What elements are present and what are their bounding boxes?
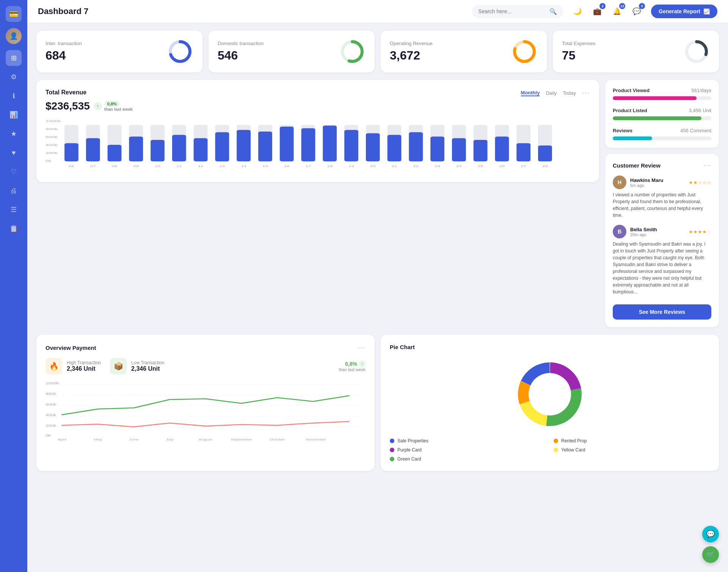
low-transaction-label: Low Transaction xyxy=(131,360,164,365)
trend-arrow-icon: ↑ xyxy=(94,102,102,110)
more-options-button[interactable]: ··· xyxy=(582,89,590,97)
product-viewed-label: Product Viewed xyxy=(613,88,650,93)
pie-chart-legend: Sale Properties Rented Prop Purple Card … xyxy=(390,438,710,462)
bell-button[interactable]: 🔔 12 xyxy=(610,5,624,18)
legend-yellow-card: Yellow Card xyxy=(554,447,710,453)
svg-text:800k: 800k xyxy=(46,127,58,131)
domestic-transaction-value: 546 xyxy=(218,49,264,63)
sidebar-item-analytics[interactable]: 📊 xyxy=(6,107,22,123)
revenue-amount-row: $236,535 ↑ 0,8% than last week xyxy=(46,100,590,112)
sidebar-item-list[interactable]: 📋 xyxy=(6,221,22,237)
svg-rect-45 xyxy=(280,127,294,161)
analytics-icon: 📊 xyxy=(9,111,18,119)
svg-rect-24 xyxy=(129,136,143,161)
operating-revenue-card: Operating Revenue 3,672 xyxy=(381,31,547,72)
generate-report-label: Generate Report xyxy=(659,8,700,14)
svg-text:800k: 800k xyxy=(46,392,56,396)
product-viewed-label-row: Product Viewed 561/days xyxy=(613,88,711,93)
svg-rect-39 xyxy=(237,130,251,161)
main-content: Dashboard 7 🔍 🌙 💼 2 🔔 12 💬 5 Generate R xyxy=(27,0,728,572)
reviewer-row-2: B Bella Smith 20m ago ★★★★☆ xyxy=(613,225,711,238)
star-icon: ★ xyxy=(11,130,17,138)
svg-text:17: 17 xyxy=(306,165,311,168)
review-more-options-button[interactable]: ··· xyxy=(703,161,711,169)
cart-float-button[interactable]: 🛒 xyxy=(702,546,719,563)
svg-text:October: October xyxy=(270,438,286,441)
see-more-reviews-button[interactable]: See More Reviews xyxy=(613,304,711,320)
product-viewed-value: 561/days xyxy=(691,88,711,93)
domestic-transaction-info: Domestic transaction 546 xyxy=(218,41,264,63)
sidebar-item-print[interactable]: 🖨 xyxy=(6,183,22,199)
heart-outline-icon: ♡ xyxy=(11,168,17,176)
product-viewed-fill xyxy=(613,96,697,100)
svg-text:15: 15 xyxy=(262,165,268,168)
reviewer-avatar-2: B xyxy=(613,225,626,238)
reviews-label: Reviews xyxy=(613,128,632,133)
svg-rect-36 xyxy=(215,132,229,161)
sidebar-logo[interactable]: 💳 xyxy=(6,6,22,22)
sidebar-avatar[interactable]: 👤 xyxy=(6,28,22,44)
tab-daily[interactable]: Daily xyxy=(546,90,557,96)
review-panel-header: Customer Review ··· xyxy=(613,161,711,169)
tab-today[interactable]: Today xyxy=(563,90,576,96)
payment-more-options-button[interactable]: ··· xyxy=(358,344,366,352)
total-expenses-value: 75 xyxy=(562,49,595,63)
reviewer-stars-1: ★★☆☆☆ xyxy=(689,180,711,185)
svg-text:09: 09 xyxy=(133,165,139,168)
right-panel: Product Viewed 561/days Product Listed 3… xyxy=(605,80,719,327)
search-input[interactable] xyxy=(478,8,546,14)
svg-text:June: June xyxy=(129,438,139,441)
review-text-2: Dealing with Syamsudin and Bakri was a j… xyxy=(613,241,711,295)
search-bar[interactable]: 🔍 xyxy=(472,5,563,18)
svg-text:28: 28 xyxy=(542,165,548,168)
product-stats-panel: Product Viewed 561/days Product Listed 3… xyxy=(605,80,719,148)
domestic-transaction-label: Domestic transaction xyxy=(218,41,264,46)
generate-report-button[interactable]: Generate Report 📈 xyxy=(651,5,717,18)
middle-row: Total Revenue Monthly Daily Today ··· $2… xyxy=(36,80,719,327)
sidebar-item-settings[interactable]: ⚙ xyxy=(6,69,22,85)
payment-trend-label: than last week xyxy=(339,367,366,372)
support-float-button[interactable]: 💬 xyxy=(702,526,719,542)
info-icon: ℹ xyxy=(13,92,15,100)
product-listed-value: 3,456 Unit xyxy=(689,108,711,113)
sidebar-item-info[interactable]: ℹ xyxy=(6,88,22,104)
wallet-icon: 💼 xyxy=(593,7,601,16)
wallet-notification-button[interactable]: 💼 2 xyxy=(590,5,604,18)
revenue-tabs: Monthly Daily Today ··· xyxy=(521,89,590,97)
avatar-image: 👤 xyxy=(6,28,22,44)
bell-badge: 12 xyxy=(619,3,625,9)
message-button[interactable]: 💬 5 xyxy=(630,5,643,18)
high-transaction-info: High Transaction 2,346 Unit xyxy=(67,360,101,372)
dashboard-icon: ⊞ xyxy=(11,54,17,62)
sidebar-item-menu[interactable]: ☰ xyxy=(6,202,22,218)
svg-rect-42 xyxy=(258,132,272,161)
legend-sale-properties: Sale Properties xyxy=(390,438,546,443)
trend-pct: 0,8% xyxy=(104,101,120,107)
review-text-1: I viewed a number of properties with Jus… xyxy=(613,191,711,219)
svg-text:21: 21 xyxy=(392,165,397,168)
pie-chart-card: Pie Chart xyxy=(381,335,719,471)
high-transaction-icon: 🔥 xyxy=(46,358,62,375)
sidebar-item-dashboard[interactable]: ⊞ xyxy=(6,50,22,66)
review-item-1: H Hawkins Maru 5m ago ★★☆☆☆ I viewed a n… xyxy=(613,176,711,219)
legend-rented-prop: Rented Prop xyxy=(554,438,710,443)
reviewer-details-1: Hawkins Maru 5m ago xyxy=(630,177,663,188)
reviewer-name-1: Hawkins Maru xyxy=(630,177,663,183)
svg-text:13: 13 xyxy=(219,165,225,168)
operating-revenue-value: 3,672 xyxy=(390,49,433,63)
trend-label: than last week xyxy=(104,107,133,111)
sidebar-item-heart2[interactable]: ♡ xyxy=(6,164,22,180)
tab-monthly[interactable]: Monthly xyxy=(521,90,540,96)
bar-chart-icon: 📈 xyxy=(703,8,710,14)
legend-label-purple: Purple Card xyxy=(397,447,422,453)
theme-toggle-button[interactable]: 🌙 xyxy=(571,5,584,18)
reviewer-details-2: Bella Smith 20m ago xyxy=(630,227,657,237)
reviewer-name-2: Bella Smith xyxy=(630,227,657,232)
print-icon: 🖨 xyxy=(10,187,17,195)
sidebar-item-heart[interactable]: ♥ xyxy=(6,145,22,161)
bell-icon: 🔔 xyxy=(613,7,621,16)
svg-text:16: 16 xyxy=(284,165,290,168)
product-viewed-progress xyxy=(613,96,711,100)
total-expenses-label: Total Expenses xyxy=(562,41,595,46)
sidebar-item-star[interactable]: ★ xyxy=(6,126,22,142)
